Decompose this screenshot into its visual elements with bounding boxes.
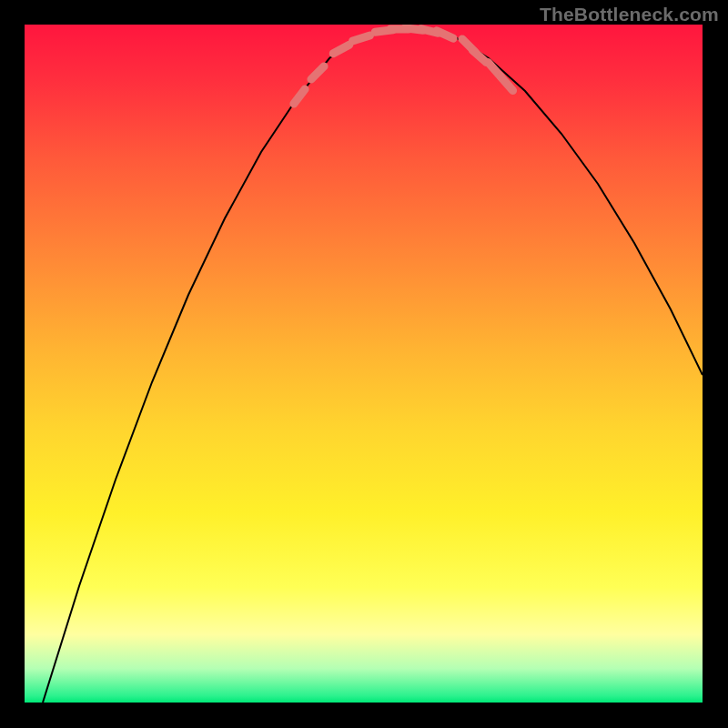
bottleneck-curve [43,26,703,703]
marker-dash [333,45,349,54]
marker-dash [437,31,453,38]
marker-dash [311,66,324,79]
marker-dash [472,50,486,62]
watermark-text: TheBottleneck.com [540,4,719,25]
curve-markers [294,28,513,104]
marker-dash [352,35,369,41]
marker-dash [294,89,305,104]
plot-area [25,25,703,703]
curve-svg [25,25,703,703]
outer-frame: TheBottleneck.com [0,0,728,728]
